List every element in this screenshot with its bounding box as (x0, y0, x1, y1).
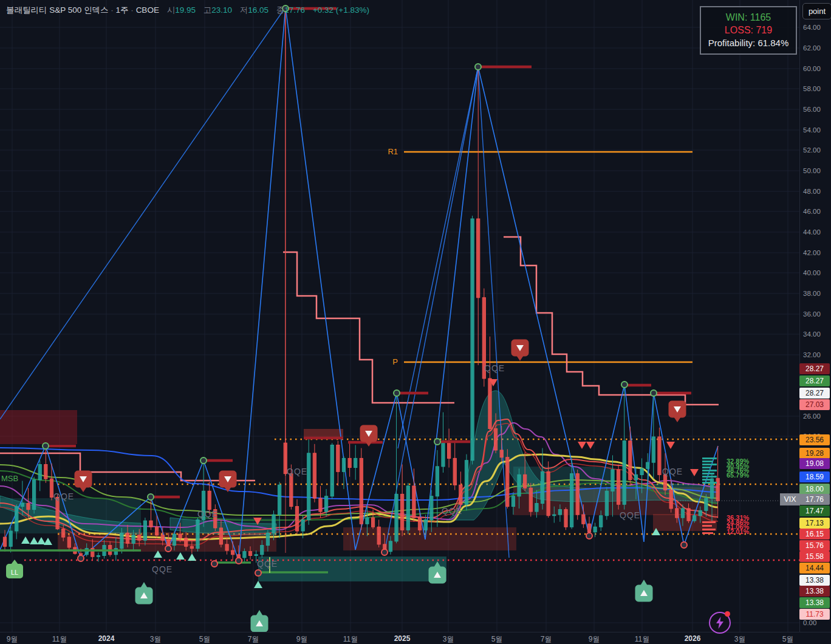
pivot-label: R1 (388, 147, 398, 156)
price-level-label[interactable]: 28.27 (799, 363, 830, 374)
candle-body (418, 518, 421, 530)
symbol-title[interactable]: 볼래틸리티 S&P 500 인덱스 (6, 5, 109, 15)
time-axis-label: 5월 (782, 634, 794, 644)
swing-low-marker (78, 555, 84, 561)
candle-body (371, 518, 374, 527)
price-level-label[interactable]: 28.27 (799, 375, 830, 386)
candle-body (190, 546, 193, 548)
time-axis-label: 3월 (443, 634, 454, 644)
swing-high-marker (475, 64, 481, 70)
price-level-label[interactable]: 23.56 (799, 434, 830, 445)
profit-ladder-bar (702, 464, 717, 465)
open-key: 시 (167, 5, 176, 15)
candle-body (62, 529, 65, 537)
time-axis-label: 3월 (734, 634, 746, 644)
price-axis-tick: 42.00 (803, 249, 830, 256)
candle-body (529, 488, 532, 512)
candle-body (138, 535, 141, 540)
candle-body (436, 467, 439, 496)
candle-body (290, 474, 293, 507)
candle-body (231, 550, 234, 555)
profit-ladder-bar (702, 476, 717, 478)
candle-body (687, 509, 690, 521)
swing-high-marker (621, 382, 628, 388)
price-level-label[interactable]: 15.58 (799, 551, 830, 562)
buy-signal-pin (135, 582, 152, 604)
candle-body (307, 453, 310, 520)
buy-signal-pin (635, 580, 652, 601)
pivot-label: P (392, 357, 398, 366)
price-level-label[interactable]: 19.08 (799, 458, 830, 469)
candle-body (354, 458, 357, 467)
candle-body (120, 533, 123, 548)
candle-body (448, 443, 451, 458)
price-level-label[interactable]: 27.03 (799, 399, 830, 410)
candle-body (301, 519, 304, 531)
price-level-label[interactable]: 15.76 (799, 540, 830, 551)
notification-dot (725, 611, 730, 617)
candle-body (494, 429, 497, 450)
candle-body (611, 470, 614, 491)
time-axis-label: 2026 (685, 634, 701, 643)
swing-low-marker (681, 542, 687, 548)
price-level-label[interactable]: 18.00 (799, 484, 830, 495)
candle-body (27, 504, 30, 510)
price-level-label[interactable]: 14.44 (799, 563, 830, 574)
price-level-label[interactable]: 16.15 (799, 529, 830, 540)
candle-body (21, 504, 24, 507)
profit-ladder-bar (702, 482, 717, 484)
candle-body (471, 219, 474, 461)
close-key: 종 (276, 5, 285, 15)
candle-body (348, 458, 351, 467)
candle-body (716, 478, 719, 501)
candle-body (278, 485, 281, 515)
candle-body (179, 534, 182, 538)
profitability-value: Profitability: 61.84% (701, 36, 796, 49)
time-axis-label: 9월 (296, 634, 308, 644)
candle-body (149, 521, 152, 527)
candle-body (593, 527, 597, 532)
candle-body (564, 510, 567, 527)
candle-body (705, 498, 708, 510)
strategy-stats-panel: WIN: 1165 LOSS: 719 Profitability: 61.84… (700, 6, 797, 55)
candle-body (617, 470, 620, 504)
symbol-legend[interactable]: 볼래틸리티 S&P 500 인덱스 · 1주 · CBOE 시19.95 고23… (6, 5, 369, 16)
lightning-icon (715, 617, 725, 629)
candle-body (185, 538, 188, 546)
candle-body (330, 445, 333, 496)
price-level-label[interactable]: 28.27 (799, 388, 830, 399)
candle-body (389, 541, 392, 552)
swing-high-marker (200, 457, 207, 464)
price-level-label[interactable]: 19.28 (799, 448, 830, 459)
candle-body (167, 540, 170, 545)
price-level-label[interactable]: 13.38 (799, 586, 830, 597)
candle-body (623, 441, 626, 504)
profit-ladder-bar (702, 479, 712, 481)
price-chart-canvas[interactable]: R1PLL (0, 0, 831, 644)
price-level-label[interactable]: 17.13 (799, 518, 830, 529)
buy-triangle-icon (44, 538, 52, 545)
percent-line: 12.01% (727, 530, 749, 535)
point-button[interactable]: point (802, 3, 831, 19)
candle-body (67, 537, 70, 547)
price-level-label[interactable]: 18.59 (799, 471, 830, 482)
price-level-label[interactable]: 13.38 (799, 575, 830, 586)
candle-body (634, 474, 637, 479)
price-axis-tick: 0.00 (803, 619, 830, 626)
exchange-label: CBOE (136, 5, 159, 15)
price-level-label[interactable]: 13.38 (799, 597, 830, 608)
price-axis-tick: 60.00 (803, 65, 830, 72)
win-count: WIN: 1165 (701, 11, 796, 24)
candle-body (248, 552, 251, 556)
swing-low-marker (586, 533, 592, 539)
legend-separator: · (111, 5, 114, 15)
price-level-label[interactable]: 11.73 (799, 609, 830, 620)
price-level-label[interactable]: 17.47 (799, 505, 830, 516)
candle-body (377, 527, 380, 544)
price-axis-tick: 48.00 (803, 188, 830, 195)
price-axis-tick: 46.00 (803, 208, 830, 215)
candle-body (605, 491, 608, 515)
candle-body (553, 515, 556, 516)
price-level-label[interactable]: 17.76 (799, 494, 830, 505)
interval-label[interactable]: 1주 (116, 5, 129, 15)
